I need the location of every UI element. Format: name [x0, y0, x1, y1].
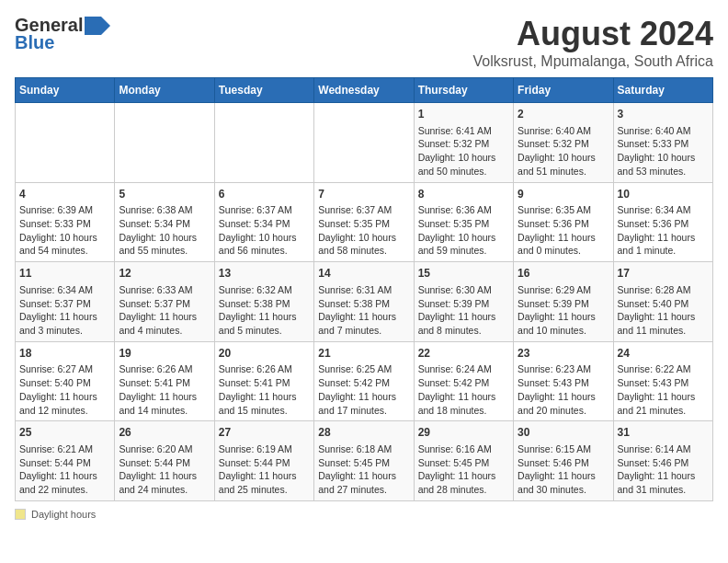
day-info: Sunrise: 6:32 AM [219, 283, 310, 297]
calendar-day-cell: 23Sunrise: 6:23 AMSunset: 5:43 PMDayligh… [514, 341, 613, 421]
day-info: Sunrise: 6:37 AM [219, 203, 310, 217]
day-info: Sunset: 5:37 PM [119, 297, 210, 311]
day-info: and 22 minutes. [19, 483, 110, 497]
calendar-day-cell [314, 103, 414, 183]
calendar-week-row: 18Sunrise: 6:27 AMSunset: 5:40 PMDayligh… [16, 341, 713, 421]
calendar-day-cell: 9Sunrise: 6:35 AMSunset: 5:36 PMDaylight… [514, 182, 613, 262]
calendar-day-cell: 21Sunrise: 6:25 AMSunset: 5:42 PMDayligh… [314, 341, 414, 421]
footer: Daylight hours [15, 509, 713, 520]
day-info: and 3 minutes. [19, 324, 110, 338]
day-number: 20 [219, 346, 310, 362]
day-info: Sunset: 5:39 PM [518, 297, 609, 311]
day-info: Daylight: 11 hours [518, 469, 609, 483]
day-info: Sunrise: 6:30 AM [418, 283, 509, 297]
day-info: Sunset: 5:45 PM [418, 456, 509, 470]
day-info: Daylight: 11 hours [618, 390, 709, 404]
day-number: 8 [418, 187, 509, 202]
day-info: Daylight: 11 hours [119, 390, 210, 404]
calendar-day-cell: 15Sunrise: 6:30 AMSunset: 5:39 PMDayligh… [414, 262, 513, 342]
day-info: Daylight: 11 hours [618, 469, 709, 483]
day-number: 24 [618, 346, 709, 362]
day-info: Daylight: 10 hours [518, 151, 609, 165]
day-info: Sunset: 5:32 PM [418, 137, 509, 151]
day-info: Sunrise: 6:37 AM [318, 203, 409, 217]
subtitle: Volksrust, Mpumalanga, South Africa [473, 53, 713, 70]
day-number: 28 [318, 425, 409, 441]
day-info: and 53 minutes. [618, 165, 709, 178]
day-number: 15 [418, 266, 509, 282]
day-info: Daylight: 11 hours [318, 469, 409, 483]
calendar-day-cell: 8Sunrise: 6:36 AMSunset: 5:35 PMDaylight… [414, 182, 513, 262]
day-info: Daylight: 11 hours [418, 469, 509, 483]
calendar-day-cell [214, 103, 313, 183]
day-info: Sunset: 5:44 PM [19, 456, 110, 470]
day-number: 30 [518, 425, 609, 441]
day-info: Sunset: 5:41 PM [219, 376, 310, 390]
calendar-day-header: Wednesday [314, 78, 414, 103]
day-info: and 24 minutes. [119, 483, 210, 497]
day-number: 9 [518, 187, 609, 202]
day-info: Sunrise: 6:19 AM [219, 442, 310, 456]
day-info: Sunrise: 6:40 AM [518, 124, 609, 138]
day-number: 31 [618, 425, 709, 441]
day-info: Sunset: 5:39 PM [418, 297, 509, 311]
calendar-day-header: Friday [514, 78, 613, 103]
day-number: 17 [618, 266, 709, 282]
day-info: and 17 minutes. [318, 404, 409, 418]
day-info: Daylight: 11 hours [418, 390, 509, 404]
day-info: Sunset: 5:33 PM [19, 217, 110, 231]
day-info: Daylight: 11 hours [119, 469, 210, 483]
day-number: 12 [119, 266, 210, 282]
day-number: 4 [19, 187, 110, 202]
calendar-day-cell: 2Sunrise: 6:40 AMSunset: 5:32 PMDaylight… [514, 103, 613, 183]
logo: General Blue [15, 15, 110, 53]
day-number: 21 [318, 346, 409, 362]
day-info: and 28 minutes. [418, 483, 509, 497]
day-info: Daylight: 10 hours [119, 231, 210, 245]
day-info: Daylight: 11 hours [618, 231, 709, 245]
day-info: Daylight: 10 hours [19, 231, 110, 245]
day-info: Sunrise: 6:14 AM [618, 442, 709, 456]
day-info: Sunset: 5:46 PM [518, 456, 609, 470]
calendar-week-row: 11Sunrise: 6:34 AMSunset: 5:37 PMDayligh… [16, 262, 713, 342]
footer-label: Daylight hours [31, 509, 96, 520]
header: General Blue August 2024 Volksrust, Mpum… [15, 15, 713, 70]
day-info: and 31 minutes. [618, 483, 709, 497]
day-info: and 58 minutes. [318, 244, 409, 258]
day-info: and 4 minutes. [119, 324, 210, 338]
calendar-day-header: Monday [115, 78, 214, 103]
day-number: 26 [119, 425, 210, 441]
calendar-day-cell: 30Sunrise: 6:15 AMSunset: 5:46 PMDayligh… [514, 421, 613, 501]
day-info: Daylight: 11 hours [318, 310, 409, 324]
day-info: and 14 minutes. [119, 404, 210, 418]
day-info: and 8 minutes. [418, 324, 509, 338]
day-info: Daylight: 11 hours [318, 390, 409, 404]
day-info: Daylight: 11 hours [518, 231, 609, 245]
day-number: 11 [19, 266, 110, 282]
calendar-day-cell: 20Sunrise: 6:26 AMSunset: 5:41 PMDayligh… [214, 341, 313, 421]
day-info: Sunrise: 6:38 AM [119, 203, 210, 217]
day-info: Sunrise: 6:22 AM [618, 362, 709, 376]
day-info: Sunset: 5:34 PM [119, 217, 210, 231]
day-info: Sunset: 5:43 PM [618, 376, 709, 390]
day-info: Sunrise: 6:31 AM [318, 283, 409, 297]
calendar-day-header: Saturday [613, 78, 712, 103]
calendar-body: 1Sunrise: 6:41 AMSunset: 5:32 PMDaylight… [16, 103, 713, 501]
calendar-day-header: Thursday [414, 78, 513, 103]
calendar-day-cell: 14Sunrise: 6:31 AMSunset: 5:38 PMDayligh… [314, 262, 414, 342]
svg-marker-0 [85, 17, 110, 35]
day-info: and 12 minutes. [19, 404, 110, 418]
day-info: Sunset: 5:35 PM [418, 217, 509, 231]
day-number: 27 [219, 425, 310, 441]
day-number: 10 [618, 187, 709, 202]
day-info: Sunrise: 6:18 AM [318, 442, 409, 456]
calendar-week-row: 1Sunrise: 6:41 AMSunset: 5:32 PMDaylight… [16, 103, 713, 183]
day-info: and 30 minutes. [518, 483, 609, 497]
calendar-day-cell: 29Sunrise: 6:16 AMSunset: 5:45 PMDayligh… [414, 421, 513, 501]
daylight-color-swatch [15, 509, 26, 520]
calendar-day-cell: 13Sunrise: 6:32 AMSunset: 5:38 PMDayligh… [214, 262, 313, 342]
calendar-day-cell: 12Sunrise: 6:33 AMSunset: 5:37 PMDayligh… [115, 262, 214, 342]
day-info: and 59 minutes. [418, 244, 509, 258]
day-info: Sunrise: 6:41 AM [418, 124, 509, 138]
logo-icon [85, 17, 110, 35]
